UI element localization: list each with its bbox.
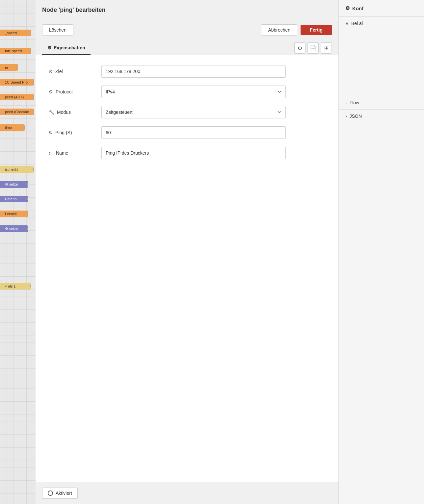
settings-icon: ⚙ xyxy=(49,89,53,94)
canvas-node[interactable]: _speed xyxy=(0,30,31,36)
cancel-button[interactable]: Abbrechen xyxy=(261,24,297,36)
modus-label: 🔧 Modus xyxy=(49,110,101,115)
node-label: _speed xyxy=(5,31,17,35)
canvas-node[interactable]: time xyxy=(0,124,25,131)
ziel-input[interactable] xyxy=(101,65,286,78)
node-label: f erstell xyxy=(5,212,16,216)
canvas-node[interactable]: er xyxy=(0,64,18,71)
aktiviert-label: Aktiviert xyxy=(56,491,72,496)
wrench-icon: 🔧 xyxy=(49,110,54,115)
edit-panel: Node 'ping' bearbeiten Löschen Abbrechen… xyxy=(36,0,338,504)
tab-properties-label: Eigenschaften xyxy=(54,45,85,50)
tab-properties[interactable]: ⚙ Eigenschaften xyxy=(42,41,91,55)
ping-label: ↻ Ping (S) xyxy=(49,130,101,135)
right-section-json[interactable]: › JSON xyxy=(339,110,424,123)
canvas-node[interactable]: < als 1 xyxy=(0,283,31,290)
panel-footer: Aktiviert xyxy=(36,482,338,504)
canvas-node[interactable]: ⚙ setze xyxy=(0,225,28,232)
gear-icon: ⚙ xyxy=(345,5,350,11)
right-section-bei-al[interactable]: ∨ Bei al xyxy=(339,17,424,30)
node-canvas: _speed fan_speed er 1C Speed Pro peed (A… xyxy=(0,0,36,504)
bei-al-label: Bei al xyxy=(351,21,363,26)
ping-input[interactable] xyxy=(101,126,286,139)
gear-icon: ⚙ xyxy=(47,45,52,50)
chevron-right-icon: › xyxy=(345,100,347,105)
tag-icon: 🏷 xyxy=(49,150,53,156)
ping-row: ↻ Ping (S) xyxy=(49,126,325,139)
canvas-node[interactable]: fan_speed xyxy=(0,48,31,54)
canvas-node[interactable]: ⚙ setze xyxy=(0,181,28,188)
node-label: ⚙ setze xyxy=(5,227,18,231)
node-label: 1C Speed Pro xyxy=(5,80,28,84)
modus-select[interactable]: Zeitgesteuert Manuell xyxy=(101,106,286,118)
node-label: ist heiß) xyxy=(5,167,18,171)
node-label: Datenp xyxy=(5,197,16,201)
panel-title: Node 'ping' bearbeiten xyxy=(42,7,332,13)
tab-layout-icon-button[interactable]: ⊞ xyxy=(321,42,332,54)
json-label: JSON xyxy=(350,113,362,119)
protocol-select[interactable]: IPv4 IPv6 xyxy=(101,86,286,98)
canvas-node[interactable]: f erstell xyxy=(0,211,28,217)
checkbox-circle-icon xyxy=(48,491,53,496)
right-panel: ⚙ Konf ∨ Bei al › Flow › JSON xyxy=(338,0,424,504)
tab-settings-icon-button[interactable]: ⚙ xyxy=(294,42,305,54)
chevron-right-icon: › xyxy=(345,113,347,119)
flow-label: Flow xyxy=(350,100,359,105)
name-label: 🏷 Name xyxy=(49,150,101,156)
right-panel-header: ⚙ Konf xyxy=(339,0,424,17)
aktiviert-button[interactable]: Aktiviert xyxy=(42,488,78,499)
ziel-row: ⊙ Ziel xyxy=(49,65,325,78)
canvas-node[interactable]: peed (Chambe xyxy=(0,109,34,115)
node-label: fan_speed xyxy=(5,49,22,53)
form-content: ⊙ Ziel ⚙ Protocol IPv4 IPv6 🔧 Modus Zeit xyxy=(36,55,338,482)
node-label: er xyxy=(5,65,8,69)
target-icon: ⊙ xyxy=(49,69,53,74)
chevron-down-icon: ∨ xyxy=(345,21,349,26)
delete-button[interactable]: Löschen xyxy=(42,24,73,36)
panel-header: Node 'ping' bearbeiten xyxy=(36,0,338,19)
name-row: 🏷 Name xyxy=(49,147,325,159)
node-label: ⚙ setze xyxy=(5,182,18,187)
modus-row: 🔧 Modus Zeitgesteuert Manuell xyxy=(49,106,325,118)
protocol-row: ⚙ Protocol IPv4 IPv6 xyxy=(49,86,325,98)
node-label: peed (Chambe xyxy=(5,110,29,114)
refresh-icon: ↻ xyxy=(49,130,53,135)
done-button[interactable]: Fertig xyxy=(301,25,332,35)
panel-actions: Löschen Abbrechen Fertig xyxy=(36,19,338,41)
tab-doc-icon-button[interactable]: 📄 xyxy=(307,42,319,54)
right-panel-title: Konf xyxy=(352,6,363,11)
ziel-label: ⊙ Ziel xyxy=(49,69,101,74)
right-section-flow[interactable]: › Flow xyxy=(339,96,424,110)
canvas-node[interactable]: Datenp xyxy=(0,196,28,202)
tab-icons: ⚙ 📄 ⊞ xyxy=(294,42,332,54)
node-label: peed (AUX) xyxy=(5,95,24,99)
canvas-node[interactable]: 1C Speed Pro xyxy=(0,79,34,86)
canvas-node[interactable]: ist heiß) xyxy=(0,166,34,173)
protocol-label: ⚙ Protocol xyxy=(49,89,101,94)
name-input[interactable] xyxy=(101,147,286,159)
node-label: time xyxy=(5,126,12,130)
tab-bar: ⚙ Eigenschaften ⚙ 📄 ⊞ xyxy=(36,41,338,55)
canvas-node[interactable]: peed (AUX) xyxy=(0,94,34,100)
node-label: < als 1 xyxy=(5,284,16,288)
